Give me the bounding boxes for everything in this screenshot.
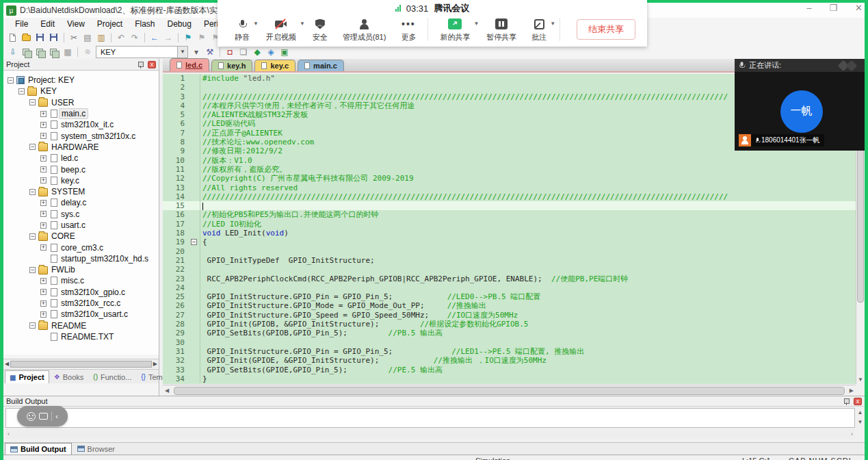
code-line-19[interactable]: 19−{: [163, 238, 856, 246]
panel-tab-books[interactable]: ❖Books: [49, 370, 89, 383]
panel-close-icon[interactable]: x: [148, 61, 156, 68]
panel-tab-project[interactable]: ▦Project: [5, 370, 49, 383]
code-line-31[interactable]: 31 GPIO_InitStructure.GPIO_Pin = GPIO_Pi…: [163, 347, 856, 356]
expand-icon[interactable]: +: [40, 222, 47, 229]
target-select[interactable]: KEY▼: [96, 46, 188, 58]
expand-icon[interactable]: +: [40, 200, 47, 206]
meeting-button-more-dots[interactable]: •••更多: [393, 16, 423, 42]
meeting-button-shield[interactable]: 安全: [305, 16, 335, 42]
expand-icon[interactable]: +: [40, 122, 47, 128]
collapse-arrow-icon[interactable]: ‹: [55, 412, 58, 420]
save-all-icon[interactable]: [48, 32, 60, 43]
meeting-button-annotate[interactable]: 批注: [524, 16, 554, 42]
tree-item-core[interactable]: −CORE: [3, 231, 159, 242]
code-line-13[interactable]: 13//All rights reserved: [163, 183, 856, 192]
code-line-26[interactable]: 26 GPIO_InitStructure.GPIO_Mode = GPIO_M…: [163, 301, 856, 310]
build-output-vertical-scrollbar[interactable]: ▲▼: [856, 408, 865, 428]
tree-item-stm32f10x-it-c[interactable]: +stm32f10x_it.c: [3, 119, 159, 130]
tree-horizontal-scrollbar[interactable]: ◀ ▶: [3, 359, 159, 368]
expand-icon[interactable]: +: [40, 133, 47, 139]
tree-item-user[interactable]: −USER: [3, 97, 159, 108]
dropdown-icon[interactable]: ▾: [190, 47, 202, 58]
open-folder-icon[interactable]: [21, 32, 33, 43]
tree-item-key[interactable]: −KEY: [3, 86, 159, 97]
editor-tab-key-h[interactable]: key.h: [211, 60, 252, 71]
scroll-left-icon[interactable]: ◀: [163, 387, 171, 394]
fold-collapse-icon[interactable]: −: [191, 239, 197, 245]
menu-item-debug[interactable]: Debug: [161, 18, 198, 30]
code-line-18[interactable]: 18void LED_Init(void): [163, 229, 856, 238]
code-line-17[interactable]: 17//LED IO初始化: [163, 220, 856, 229]
tree-item-fwlib[interactable]: −FWLib: [3, 264, 159, 275]
translate-icon[interactable]: ⇩: [7, 47, 19, 58]
collapse-icon[interactable]: −: [29, 233, 36, 240]
tree-item-hardware[interactable]: −HARDWARE: [3, 142, 159, 153]
end-share-button[interactable]: 结束共享: [577, 19, 635, 40]
tree-item-main-c[interactable]: +main.c: [3, 108, 159, 119]
code-line-29[interactable]: 29 GPIO_SetBits(GPIOB,GPIO_Pin_5); //PB.…: [163, 329, 856, 337]
code-line-21[interactable]: 21 GPIO_InitTypeDef GPIO_InitStructure;: [163, 256, 856, 265]
maximize-icon[interactable]: ❒: [829, 3, 837, 13]
meeting-button-share-screen[interactable]: 新的共享: [432, 16, 477, 42]
expand-icon[interactable]: +: [40, 301, 47, 307]
new-file-icon[interactable]: [7, 32, 19, 43]
editor-tab-key-c[interactable]: key.c: [254, 60, 295, 71]
meeting-button-members[interactable]: 管理成员(81): [335, 16, 394, 42]
expand-icon[interactable]: +: [40, 155, 47, 162]
expand-icon[interactable]: +: [40, 111, 47, 117]
configure-icon[interactable]: ◈: [265, 47, 277, 58]
tree-item-key-c[interactable]: +key.c: [3, 175, 159, 186]
pin-icon[interactable]: [843, 398, 850, 405]
code-line-34[interactable]: 34}: [163, 374, 856, 383]
cut-icon[interactable]: ✂: [68, 32, 80, 43]
scrollbar-thumb[interactable]: [174, 387, 845, 395]
save-icon[interactable]: [34, 32, 47, 43]
editor-tab-led-c[interactable]: led.c: [170, 58, 209, 71]
collapse-icon[interactable]: −: [8, 77, 14, 84]
scroll-left-icon[interactable]: ◀: [5, 361, 9, 367]
menu-item-file[interactable]: File: [9, 18, 34, 30]
chevron-down-icon[interactable]: ▼: [177, 47, 187, 58]
tree-item-sys-c[interactable]: +sys.c: [3, 209, 159, 220]
undo-icon[interactable]: ↶: [115, 32, 127, 43]
code-line-30[interactable]: 30: [163, 338, 856, 347]
panel-tab-functio[interactable]: ()Functio...: [88, 370, 136, 383]
editor-tab-main-c[interactable]: main.c: [298, 60, 344, 71]
manage-items-icon[interactable]: ❏: [237, 47, 250, 58]
code-line-16[interactable]: 16//初始化PB5和PE5为输出口.并使能这两个口的时钟: [163, 210, 856, 219]
menu-item-flash[interactable]: Flash: [129, 18, 161, 30]
meeting-reaction-pill[interactable]: ‹: [17, 406, 68, 426]
flash-config-icon[interactable]: ⚒: [204, 47, 216, 58]
tree-item-stm32f10x-usart-c[interactable]: +stm32f10x_usart.c: [3, 309, 159, 320]
expand-icon[interactable]: +: [40, 289, 47, 295]
emoji-icon[interactable]: [27, 412, 36, 421]
panel-close-icon[interactable]: x: [854, 398, 862, 405]
build-output-horizontal-scrollbar[interactable]: ‹ ›: [5, 429, 855, 439]
expand-icon[interactable]: +: [40, 211, 47, 217]
close-icon[interactable]: ✕: [855, 3, 863, 13]
tree-item-usart-c[interactable]: +usart.c: [3, 220, 159, 231]
tree-item-startup-stm32f10x-hd-s[interactable]: startup_stm32f10x_hd.s: [3, 253, 159, 264]
collapse-icon[interactable]: −: [29, 99, 36, 105]
tree-item-system[interactable]: −SYSTEM: [3, 186, 159, 197]
tree-item-led-c[interactable]: +led.c: [3, 153, 159, 164]
pin-icon[interactable]: [137, 61, 144, 68]
collapse-icon[interactable]: −: [29, 144, 36, 150]
manage-rte-icon[interactable]: ◆: [251, 47, 263, 58]
bottom-tab-browser[interactable]: Browser: [72, 443, 120, 455]
scroll-right-icon[interactable]: ▶: [153, 361, 157, 367]
code-line-27[interactable]: 27 GPIO_InitStructure.GPIO_Speed = GPIO_…: [163, 311, 856, 320]
code-line-22[interactable]: 22: [163, 265, 856, 274]
code-line-23[interactable]: 23 RCC_APB2PeriphClockCmd(RCC_APB2Periph…: [163, 274, 856, 283]
scrollbar-thumb[interactable]: [10, 361, 152, 368]
tree-item-readme-txt[interactable]: README.TXT: [3, 331, 159, 342]
nav-forward-icon[interactable]: →: [162, 32, 174, 43]
rebuild-icon[interactable]: [34, 47, 47, 58]
redo-icon[interactable]: ↷: [129, 32, 141, 43]
meeting-button-camera-off[interactable]: 开启视频: [259, 16, 304, 42]
editor-horizontal-scrollbar[interactable]: ◀ ▶: [163, 385, 856, 396]
collapse-icon[interactable]: −: [29, 322, 36, 329]
collapse-icon[interactable]: −: [18, 88, 25, 94]
expand-icon[interactable]: +: [40, 244, 47, 251]
expand-icon[interactable]: +: [40, 166, 47, 172]
